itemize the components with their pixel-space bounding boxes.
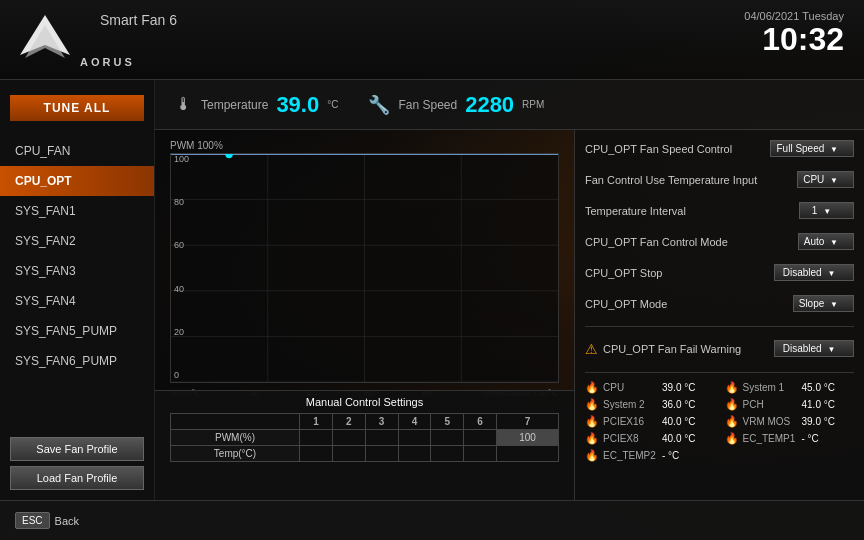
temp-val-4[interactable] (398, 446, 431, 462)
pwm-val-4[interactable] (398, 430, 431, 446)
bottom-bar: ESC Back (0, 500, 864, 540)
col-header-5: 5 (431, 414, 464, 430)
temperature-stat: 🌡 Temperature 39.0 °C (175, 92, 338, 118)
temp-val-7[interactable] (497, 446, 559, 462)
system1-temp-val: 45.0 °C (802, 382, 835, 393)
temp-input-control-select[interactable]: CPU ▼ (797, 171, 854, 188)
temp-val-3[interactable] (365, 446, 398, 462)
pciex16-temp-icon: 🔥 (585, 415, 599, 428)
pwm-val-6[interactable] (464, 430, 497, 446)
pch-temp-val: 41.0 °C (802, 399, 835, 410)
cpu-temp-name: CPU (603, 382, 658, 393)
fan-control-mode-select[interactable]: Auto ▼ (798, 233, 854, 250)
cpu-temp-icon: 🔥 (585, 381, 599, 394)
header: Smart Fan 6 AORUS 04/06/2021 Tuesday 10:… (0, 0, 864, 80)
cpu-opt-mode-row: CPU_OPT Mode Slope ▼ (585, 295, 854, 318)
system2-temp-icon: 🔥 (585, 398, 599, 411)
y-label-40: 40 (174, 284, 189, 294)
temperature-icon: 🌡 (175, 94, 193, 115)
col-header-label (171, 414, 300, 430)
sidebar-item-sys-fan4[interactable]: SYS_FAN4 (0, 286, 154, 316)
smart-fan-title: Smart Fan 6 (100, 12, 177, 28)
back-text: Back (55, 515, 79, 527)
ec-temp1-val: - °C (802, 433, 819, 444)
y-label-0: 0 (174, 370, 189, 380)
chart-container[interactable]: 100 80 60 40 20 0 0%,0°C 20 40 60 80 Tem… (170, 153, 559, 383)
temperature-value: 39.0 (276, 92, 319, 118)
fan-list: CPU_FAN CPU_OPT SYS_FAN1 SYS_FAN2 SYS_FA… (0, 136, 154, 376)
pwm-label: PWM 100% (170, 140, 559, 151)
temp-val-1[interactable] (300, 446, 333, 462)
temp-row-label: Temp(°C) (171, 446, 300, 462)
pciex8-temp-icon: 🔥 (585, 432, 599, 445)
ec-temp2-val: - °C (662, 450, 679, 461)
chart-area: PWM 100% 100 80 (155, 130, 574, 390)
pwm-val-3[interactable] (365, 430, 398, 446)
pwm-val-7[interactable]: 100 (497, 430, 559, 446)
warning-icon: ⚠ (585, 341, 598, 357)
sidebar-item-cpu-opt[interactable]: CPU_OPT (0, 166, 154, 196)
divider (585, 326, 854, 327)
fan-fail-warning-label: CPU_OPT Fan Fail Warning (603, 343, 741, 355)
fan-chart (171, 154, 558, 382)
ec-temp2-name: EC_TEMP2 (603, 450, 658, 461)
sidebar-item-sys-fan1[interactable]: SYS_FAN1 (0, 196, 154, 226)
manual-settings: Manual Control Settings 1 2 3 4 5 6 7 PW… (155, 390, 574, 500)
temp-pch: 🔥 PCH 41.0 °C (725, 398, 855, 411)
temp-interval-control-select[interactable]: 1 ▼ (799, 202, 854, 219)
temp-vrm-mos: 🔥 VRM MOS 39.0 °C (725, 415, 855, 428)
cpu-opt-stop-row: CPU_OPT Stop Disabled ▼ (585, 264, 854, 287)
ec-temp2-icon: 🔥 (585, 449, 599, 462)
pwm-val-1[interactable] (300, 430, 333, 446)
col-header-4: 4 (398, 414, 431, 430)
sidebar: TUNE ALL CPU_FAN CPU_OPT SYS_FAN1 SYS_FA… (0, 80, 155, 500)
fan-speed-control-row: CPU_OPT Fan Speed Control Full Speed ▼ (585, 140, 854, 163)
system1-temp-name: System 1 (743, 382, 798, 393)
tune-all-button[interactable]: TUNE ALL (10, 95, 144, 121)
fan-fail-warning-select[interactable]: Disabled ▼ (774, 340, 854, 357)
cpu-opt-stop-select[interactable]: Disabled ▼ (774, 264, 854, 281)
load-fan-profile-button[interactable]: Load Fan Profile (10, 466, 144, 490)
temp-val-6[interactable] (464, 446, 497, 462)
sidebar-item-sys-fan2[interactable]: SYS_FAN2 (0, 226, 154, 256)
temp-row: Temp(°C) (171, 446, 559, 462)
stats-bar: 🌡 Temperature 39.0 °C 🔧 Fan Speed 2280 R… (155, 80, 864, 130)
pwm-val-2[interactable] (332, 430, 365, 446)
ec-temp1-name: EC_TEMP1 (743, 433, 798, 444)
vrm-mos-temp-val: 39.0 °C (802, 416, 835, 427)
col-header-2: 2 (332, 414, 365, 430)
fan-speed-control-select[interactable]: Full Speed ▼ (770, 140, 854, 157)
cpu-opt-mode-select[interactable]: Slope ▼ (793, 295, 854, 312)
fan-speed-icon: 🔧 (368, 94, 390, 116)
ec-temp1-icon: 🔥 (725, 432, 739, 445)
sidebar-item-sys-fan6-pump[interactable]: SYS_FAN6_PUMP (0, 346, 154, 376)
pciex8-temp-val: 40.0 °C (662, 433, 695, 444)
pwm-val-5[interactable] (431, 430, 464, 446)
temp-pciex16: 🔥 PCIEX16 40.0 °C (585, 415, 715, 428)
temp-interval-control-row: Temperature Interval 1 ▼ (585, 202, 854, 225)
vrm-mos-temp-name: VRM MOS (743, 416, 798, 427)
pciex8-temp-name: PCIEX8 (603, 433, 658, 444)
temp-interval-control-label: Temperature Interval (585, 205, 799, 217)
y-label-80: 80 (174, 197, 189, 207)
sidebar-item-sys-fan5-pump[interactable]: SYS_FAN5_PUMP (0, 316, 154, 346)
fan-speed-stat: 🔧 Fan Speed 2280 RPM (368, 92, 544, 118)
cpu-opt-stop-label: CPU_OPT Stop (585, 267, 774, 279)
pch-temp-name: PCH (743, 399, 798, 410)
temp-val-5[interactable] (431, 446, 464, 462)
save-fan-profile-button[interactable]: Save Fan Profile (10, 437, 144, 461)
esc-key[interactable]: ESC (15, 512, 50, 529)
manual-settings-title: Manual Control Settings (170, 396, 559, 408)
temp-ec-temp1: 🔥 EC_TEMP1 - °C (725, 432, 855, 445)
temp-val-2[interactable] (332, 446, 365, 462)
divider-2 (585, 372, 854, 373)
sidebar-item-sys-fan3[interactable]: SYS_FAN3 (0, 256, 154, 286)
temperature-readings: 🔥 CPU 39.0 °C 🔥 System 1 45.0 °C 🔥 Syste… (585, 381, 854, 462)
brand-name: AORUS (80, 56, 177, 68)
sidebar-item-cpu-fan[interactable]: CPU_FAN (0, 136, 154, 166)
fan-speed-label: Fan Speed (398, 98, 457, 112)
logo-area: Smart Fan 6 AORUS (15, 10, 177, 70)
sidebar-bottom: Save Fan Profile Load Fan Profile (0, 437, 154, 490)
vrm-mos-temp-icon: 🔥 (725, 415, 739, 428)
aorus-logo (15, 10, 75, 70)
